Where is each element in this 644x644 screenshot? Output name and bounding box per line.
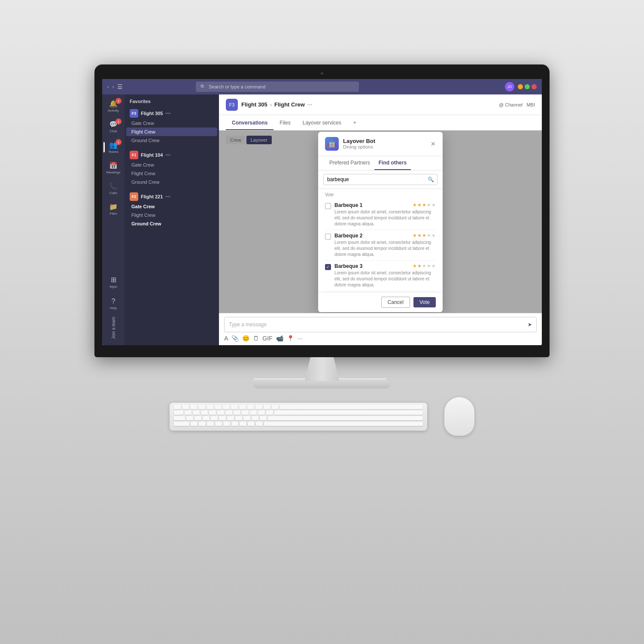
restaurant-item-1: Barbeque 1 ★ ★ ★ ★ ★ — [325, 200, 436, 230]
header-more-icon[interactable]: ··· — [307, 101, 313, 108]
channel-flight305-gate[interactable]: Gate Crew — [126, 119, 217, 128]
team-flight221[interactable]: F2 Flight 221 ··· — [125, 189, 219, 202]
stars-3: ★ ★ ★ ★ ★ — [413, 263, 436, 269]
search-bar[interactable]: 🔍 Search or type a command — [196, 82, 359, 92]
key — [239, 405, 246, 409]
vote-button[interactable]: Vote — [413, 297, 436, 307]
sidebar-bottom: ⊞ Apps ? Help Join a team — [103, 272, 123, 345]
star-2-3: ★ — [422, 233, 426, 238]
key — [248, 422, 255, 426]
sidebar-item-apps[interactable]: ⊞ Apps — [103, 272, 123, 292]
key — [215, 405, 222, 409]
star-2-4: ★ — [427, 233, 431, 238]
teams-label: Teams — [108, 150, 118, 154]
user-avatar[interactable]: JD — [505, 82, 514, 91]
hamburger-icon[interactable]: ☰ — [117, 83, 123, 90]
format-icon[interactable]: A — [224, 335, 228, 342]
back-arrow[interactable]: ‹ — [107, 84, 109, 89]
help-label: Help — [110, 306, 117, 310]
imac-neck — [303, 357, 341, 381]
checkbox-r3[interactable]: ✓ — [325, 264, 331, 270]
modal-title: Layover Bot — [343, 138, 426, 144]
channel-flight305-flight[interactable]: Flight Crew — [126, 128, 217, 136]
title-bar-left: ‹ › ☰ — [107, 83, 123, 90]
modal-close-button[interactable]: ✕ — [431, 140, 436, 147]
location-icon[interactable]: 📍 — [287, 335, 294, 342]
sidebar-item-chat[interactable]: 💬 Chat 1 — [103, 117, 123, 137]
message-input-box[interactable]: Type a message ➤ — [224, 317, 537, 332]
channel-flight221-flight[interactable]: Flight Crew — [126, 211, 217, 219]
send-button[interactable]: ➤ — [528, 322, 532, 328]
team-flight104-more[interactable]: ··· — [165, 152, 170, 158]
modal-tab-preferred[interactable]: Prefered Partners — [325, 156, 374, 170]
channel-flight221-gate[interactable]: Gate Crew — [126, 202, 217, 211]
key — [182, 405, 189, 409]
tab-files[interactable]: Files — [273, 116, 296, 130]
team-flight305-more[interactable]: ··· — [165, 110, 170, 117]
minimize-button[interactable] — [518, 84, 523, 89]
team-flight221-more[interactable]: ··· — [165, 193, 170, 200]
key — [215, 422, 222, 426]
sidebar-item-files[interactable]: 📁 Files — [103, 199, 123, 219]
imac-screen-outer: ‹ › ☰ 🔍 Search or type a command JD — [94, 64, 550, 357]
files-icon: 📁 — [109, 203, 118, 211]
sidebar-item-help[interactable]: ? Help — [103, 294, 123, 313]
channel-flight221-ground[interactable]: Ground Crew — [126, 219, 217, 228]
checkbox-r2[interactable] — [325, 234, 331, 240]
key — [211, 416, 218, 420]
message-input-area: Type a message ➤ A 📎 😊 🗒 GIF 📹 — [219, 313, 542, 345]
join-team-button[interactable]: Join a team — [111, 317, 116, 341]
key — [194, 416, 201, 420]
sidebar-item-calls[interactable]: 📞 Calls — [103, 179, 123, 198]
key — [256, 422, 263, 426]
sidebar-item-activity[interactable]: 🔔 Activity 2 — [103, 96, 123, 116]
key — [255, 405, 262, 409]
channel-flight104-ground[interactable]: Ground Crew — [126, 178, 217, 186]
key — [227, 416, 234, 420]
star-3-4: ★ — [427, 263, 431, 269]
more-tools-icon[interactable]: ··· — [298, 335, 303, 342]
restaurant-name-row-2: Barbeque 2 ★ ★ ★ ★ ★ — [334, 233, 436, 239]
search-icon: 🔍 — [200, 84, 206, 90]
activity-badge: 2 — [115, 98, 122, 104]
tab-layover-services[interactable]: Layover services — [297, 116, 347, 130]
tab-add[interactable]: + — [347, 116, 362, 130]
star-3-2: ★ — [417, 263, 422, 269]
modal-tab-find-others[interactable]: Find others — [374, 156, 411, 170]
tabs-bar: Conversations Files Layover services + — [219, 115, 542, 131]
favorites-label: Favorites — [130, 99, 151, 104]
team-flight305[interactable]: F3 Flight 305 ··· — [125, 106, 219, 119]
key — [252, 416, 258, 420]
emoji-icon[interactable]: 😊 — [242, 335, 249, 342]
maximize-button[interactable] — [525, 84, 530, 89]
channel-flight104-gate[interactable]: Gate Crew — [126, 161, 217, 169]
sidebar-item-teams[interactable]: 👥 Teams 1 — [103, 137, 123, 157]
sidebar-item-meetings[interactable]: 📅 Meetings — [103, 158, 123, 178]
restaurant-name-1: Barbeque 1 — [334, 202, 362, 208]
meet-icon[interactable]: 📹 — [276, 335, 283, 342]
restaurant-info-1: Barbeque 1 ★ ★ ★ ★ ★ — [334, 202, 436, 227]
channel-flight305-ground[interactable]: Ground Crew — [126, 136, 217, 145]
modal-search-input[interactable] — [323, 174, 437, 185]
forward-arrow[interactable]: › — [112, 84, 114, 89]
cancel-button[interactable]: Cancel — [381, 297, 410, 308]
keyboard — [170, 403, 427, 431]
modal-search-area: 🔍 — [318, 170, 443, 189]
gif-icon[interactable]: GIF — [262, 335, 272, 342]
checkbox-r1[interactable] — [325, 203, 331, 209]
close-button[interactable] — [532, 84, 537, 89]
restaurant-item-2: Barbeque 2 ★ ★ ★ ★ ★ — [325, 230, 436, 261]
key — [186, 416, 193, 420]
sticker-icon[interactable]: 🗒 — [253, 335, 259, 342]
key — [272, 405, 279, 409]
key — [223, 405, 230, 409]
activity-label: Activity — [108, 109, 118, 112]
channel-flight104-flight[interactable]: Flight Crew — [126, 169, 217, 178]
key — [209, 410, 216, 415]
team-flight104[interactable]: F1 Flight 104 ··· — [125, 147, 219, 161]
attach-icon[interactable]: 📎 — [231, 335, 239, 342]
restaurant-name-row-1: Barbeque 1 ★ ★ ★ ★ ★ — [334, 202, 436, 208]
key — [198, 405, 205, 409]
tab-conversations[interactable]: Conversations — [226, 116, 273, 130]
modal-overlay: 🤖 Layover Bot Dining options ✕ — [219, 131, 542, 313]
